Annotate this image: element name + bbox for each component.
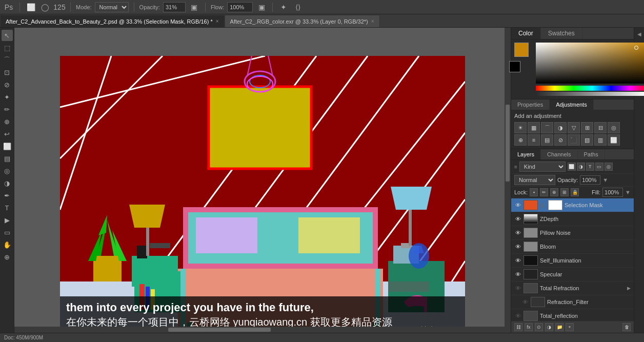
swatches-tab[interactable]: Swatches: [541, 28, 582, 39]
filter-smart-icon[interactable]: ◎: [605, 163, 613, 171]
brush-num-icon[interactable]: 125: [54, 2, 65, 13]
layer-expand-7[interactable]: ▶: [627, 286, 631, 291]
layers-tab-channels[interactable]: Channels: [541, 149, 577, 159]
tab-2[interactable]: After_C2_.RGB_color.exr @ 33.3% (Layer 0…: [225, 15, 380, 27]
smoothing-icon[interactable]: ⟨⟩: [292, 2, 304, 13]
horizontal-scrollbar[interactable]: [14, 327, 511, 333]
zoom-tool[interactable]: ⊕: [2, 251, 13, 263]
adjustments-tab[interactable]: Adjustments: [550, 99, 594, 110]
opacity-arrow[interactable]: ▼: [602, 177, 608, 183]
tab-1-close[interactable]: ×: [216, 18, 219, 24]
fill-value-input[interactable]: 100%: [602, 188, 623, 197]
adj-curves-icon[interactable]: ⌒: [541, 122, 553, 133]
filter-shape-icon[interactable]: ▭: [595, 163, 603, 171]
mini-btn-1[interactable]: ◀: [635, 30, 643, 38]
adj-gradient-map-icon[interactable]: ▥: [594, 134, 607, 146]
path-select-tool[interactable]: ▶: [2, 214, 13, 226]
history-brush-tool[interactable]: ↩: [2, 128, 13, 139]
hue-bar[interactable]: [536, 86, 644, 91]
layers-blend-mode-select[interactable]: Normal: [514, 175, 555, 185]
layer-item-self-illumination[interactable]: 👁 Self_Illumination: [511, 254, 634, 268]
blur-tool[interactable]: ◎: [2, 165, 13, 176]
spot-heal-tool[interactable]: ✦: [2, 91, 13, 103]
layer-eye-2[interactable]: 👁: [514, 215, 521, 223]
lock-pixels-icon[interactable]: ✏: [540, 188, 548, 196]
adj-posterize-icon[interactable]: ⬛: [568, 134, 580, 146]
layer-eye-9[interactable]: 👁: [514, 312, 521, 319]
layer-item-selection-mask[interactable]: 👁 ⛓ Selection Mask: [511, 198, 634, 212]
brush-tool[interactable]: ✏: [2, 104, 13, 115]
lock-transparent-icon[interactable]: ▪: [530, 188, 538, 196]
crop-tool[interactable]: ⊡: [2, 67, 13, 78]
eyedropper-tool[interactable]: ⊘: [2, 79, 13, 90]
delete-layer-btn[interactable]: 🗑: [622, 323, 631, 331]
lasso-tool[interactable]: ⌒: [2, 54, 13, 66]
layers-kind-select[interactable]: Kind: [519, 162, 566, 172]
layer-item-total-reflection[interactable]: 👁 Total_reflection: [511, 309, 634, 321]
fill-arrow[interactable]: ▼: [625, 189, 631, 195]
layer-eye-8[interactable]: 👁: [521, 298, 529, 306]
dodge-tool[interactable]: ◑: [2, 177, 13, 189]
tab-1[interactable]: After_C2_Advanced_Back_to_Beauty_2.psd @…: [0, 15, 225, 27]
brush-size-icon[interactable]: ◯: [39, 2, 51, 13]
foreground-swatch[interactable]: [514, 43, 529, 57]
select-tool[interactable]: ⬚: [2, 42, 13, 53]
layers-tab-paths[interactable]: Paths: [578, 149, 605, 159]
filter-pixel-icon[interactable]: ⬜: [568, 163, 576, 171]
layer-eye-6[interactable]: 👁: [514, 271, 521, 278]
pen-tool[interactable]: ✒: [2, 190, 13, 201]
canvas-image[interactable]: them into every project you have in the …: [60, 56, 465, 333]
opacity-bar[interactable]: [536, 92, 644, 96]
clone-tool[interactable]: ⊕: [2, 116, 13, 127]
opacity-value-input[interactable]: 100%: [580, 175, 600, 185]
layer-item-refraction-filter[interactable]: 👁 Refraction_Filter: [511, 295, 634, 309]
new-group-btn[interactable]: 📁: [555, 323, 564, 331]
adj-photofilter-icon[interactable]: ⊕: [514, 134, 527, 146]
layer-eye-3[interactable]: 👁: [514, 229, 521, 236]
gradient-tool[interactable]: ▤: [2, 153, 13, 164]
layer-item-specular[interactable]: 👁 Specular: [511, 268, 634, 281]
lock-artboard-icon[interactable]: ⊞: [560, 188, 569, 196]
adj-colorbalance-icon[interactable]: ⊟: [594, 122, 607, 133]
add-mask-btn[interactable]: ⊙: [535, 323, 543, 331]
adj-bw-icon[interactable]: ◎: [608, 122, 620, 133]
layer-item-zdepth[interactable]: 👁 ZDepth: [511, 212, 634, 226]
properties-tab[interactable]: Properties: [511, 99, 550, 110]
move-tool[interactable]: ↖: [2, 30, 13, 41]
opacity-input[interactable]: 31%: [163, 2, 186, 12]
adj-exposure-icon[interactable]: ◑: [554, 122, 567, 133]
background-swatch[interactable]: [509, 61, 520, 72]
adj-invert-icon[interactable]: ⊘: [554, 134, 567, 146]
flow-options-icon[interactable]: ▣: [256, 2, 267, 13]
adj-threshold-icon[interactable]: ▧: [581, 134, 593, 146]
layer-item-pillow-noise[interactable]: 👁 Pillow Noise: [511, 226, 634, 240]
airbrush-icon[interactable]: ✦: [278, 2, 289, 13]
layer-eye-4[interactable]: 👁: [514, 243, 521, 250]
brush-options-icon[interactable]: ⬜: [25, 2, 36, 13]
lock-position-icon[interactable]: ⊕: [550, 188, 558, 196]
adj-levels-icon[interactable]: ▦: [528, 122, 540, 133]
shape-tool[interactable]: ▭: [2, 227, 13, 238]
layer-item-total-refraction[interactable]: 👁 Total Refraction ▶: [511, 281, 634, 295]
adj-selective-color-icon[interactable]: ⬜: [608, 134, 620, 146]
layer-eye-5[interactable]: 👁: [514, 257, 521, 264]
flow-input[interactable]: 100%: [227, 2, 253, 12]
new-layer-btn[interactable]: +: [566, 323, 574, 331]
hand-tool[interactable]: ✋: [2, 239, 13, 250]
adj-hsl-icon[interactable]: ⊞: [581, 122, 593, 133]
color-gradient[interactable]: [536, 43, 644, 84]
layers-tab-layers[interactable]: Layers: [511, 149, 541, 159]
adj-brightness-icon[interactable]: ☀: [514, 122, 527, 133]
lock-all-icon[interactable]: 🔒: [571, 188, 579, 196]
new-adj-btn[interactable]: ◑: [545, 323, 553, 331]
adj-colorlookup-icon[interactable]: ▤: [541, 134, 553, 146]
text-tool[interactable]: T: [2, 202, 13, 213]
filter-text-icon[interactable]: T: [586, 163, 594, 171]
filter-adj-icon[interactable]: ◑: [577, 163, 585, 171]
eraser-tool[interactable]: ⬜: [2, 140, 13, 152]
layer-item-bloom[interactable]: 👁 Bloom: [511, 240, 634, 254]
add-style-btn[interactable]: fx: [525, 323, 533, 331]
link-layers-btn[interactable]: ⛓: [514, 323, 522, 331]
opacity-options-icon[interactable]: ▣: [189, 2, 200, 13]
adj-channelmix-icon[interactable]: ≡: [528, 134, 540, 146]
